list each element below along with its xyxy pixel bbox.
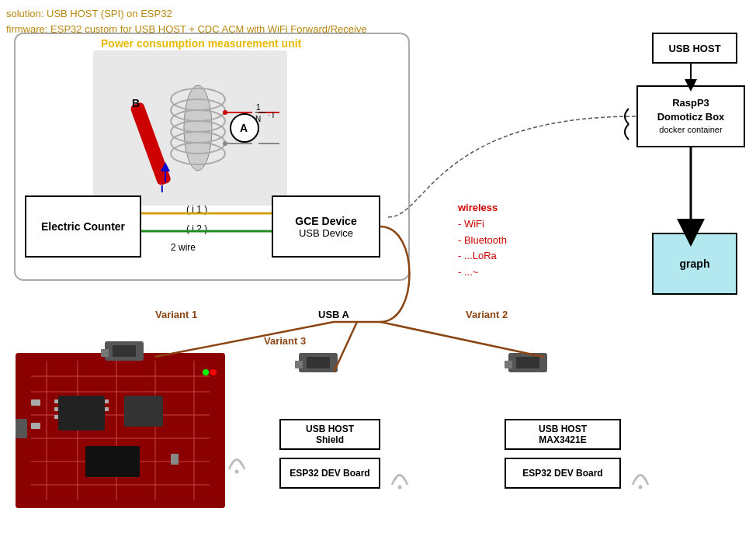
svg-point-47 — [203, 369, 209, 375]
usb-host-max-line2: MAX3421E — [539, 434, 586, 445]
svg-rect-41 — [105, 399, 109, 403]
wire-2wire-label: 2 wire — [171, 242, 196, 253]
svg-text:N: N — [255, 115, 261, 123]
usb-host-max-box: USB HOST MAX3421E — [505, 419, 621, 450]
wireless-line4: - ...~ — [458, 265, 507, 281]
usb-connector-left — [101, 334, 147, 372]
electric-counter-box: Electric Counter — [25, 195, 141, 258]
svg-rect-50 — [113, 345, 136, 357]
wire-i1-label: ( i 1 ) — [186, 204, 207, 215]
raspp3-line2: Domoticz Box — [657, 110, 725, 124]
gce-device-box: GCE Device USB Device — [272, 195, 380, 258]
svg-rect-45 — [171, 454, 179, 465]
pcu-label: Power consumption measurement unit — [101, 37, 301, 50]
svg-text:A: A — [240, 122, 248, 134]
svg-rect-39 — [54, 407, 58, 411]
usb-host-box: USB HOST — [652, 33, 737, 64]
graph-label: graph — [680, 258, 710, 270]
wifi-symbol-right — [629, 454, 652, 493]
variant1-label: Variant 1 — [155, 309, 197, 320]
wire-i2-label: ( i 2 ) — [186, 223, 207, 234]
usb-host-shield-line1: USB HOST — [306, 424, 354, 434]
raspp3-line1: RaspP3 — [672, 96, 709, 110]
svg-text:B: B — [132, 97, 140, 109]
svg-rect-46 — [16, 419, 27, 438]
electric-counter-label: Electric Counter — [41, 220, 125, 233]
svg-rect-37 — [85, 446, 140, 477]
variant2-label: Variant 2 — [466, 309, 508, 320]
usb-a-label: USB A — [318, 309, 349, 320]
gce-device-line2: USB Device — [299, 227, 353, 239]
usb-connector-mid — [295, 345, 342, 384]
circuit-board-svg — [16, 353, 225, 508]
raspp3-line3: docker container — [659, 124, 722, 136]
usb-host-shield-box: USB HOST Shield — [279, 419, 380, 450]
svg-rect-35 — [58, 396, 105, 431]
transformer-area: B I A 1 N · I — [93, 50, 287, 206]
wireless-title: wireless — [458, 200, 507, 216]
svg-rect-43 — [31, 399, 40, 406]
usb-host-shield-line2: Shield — [316, 434, 344, 445]
wireless-text: wireless - WiFi - Bluetooth - ...LoRa - … — [458, 200, 507, 281]
wireless-line2: - Bluetooth — [458, 233, 507, 249]
wifi-symbol-mid — [388, 454, 411, 493]
wifi-symbol-left — [225, 438, 248, 477]
svg-text:· I: · I — [268, 111, 274, 119]
raspp3-box: RaspP3 Domoticz Box docker container — [636, 85, 745, 147]
svg-point-0 — [184, 85, 212, 171]
svg-rect-51 — [101, 349, 109, 357]
svg-point-59 — [639, 486, 643, 489]
svg-rect-54 — [295, 361, 303, 368]
usb-host-max-line1: USB HOST — [539, 424, 587, 434]
graph-box: graph — [652, 233, 737, 295]
header-line1: solution: USB HOST (SPI) on ESP32 — [6, 6, 367, 22]
esp32-dev-board2-label: ESP32 DEV Board — [522, 468, 602, 479]
svg-rect-38 — [54, 399, 58, 403]
usb-connector-right — [505, 345, 551, 384]
svg-text:1: 1 — [256, 103, 261, 112]
svg-rect-53 — [307, 357, 330, 368]
svg-rect-56 — [516, 357, 539, 368]
usb-host-label: USB HOST — [668, 43, 720, 54]
diagram-container: solution: USB HOST (SPI) on ESP32 firmwa… — [0, 0, 756, 536]
esp32-dev-board1-box: ESP32 DEV Board — [279, 458, 380, 489]
wireless-line3: - ...LoRa — [458, 248, 507, 265]
svg-rect-36 — [124, 396, 163, 427]
circuit-board — [16, 353, 225, 508]
svg-rect-40 — [54, 415, 58, 419]
svg-point-21 — [223, 110, 227, 115]
svg-rect-42 — [105, 407, 109, 411]
svg-point-22 — [223, 141, 227, 146]
esp32-dev-board1-label: ESP32 DEV Board — [290, 468, 369, 479]
svg-rect-57 — [505, 361, 512, 368]
svg-rect-44 — [31, 423, 40, 429]
svg-point-48 — [210, 369, 217, 375]
transformer-diagram: B I A 1 N · I — [97, 54, 283, 202]
wireless-line1: - WiFi — [458, 216, 507, 233]
svg-text:I: I — [161, 183, 164, 195]
svg-point-58 — [398, 486, 402, 489]
gce-device-line1: GCE Device — [295, 215, 356, 227]
esp32-dev-board2-box: ESP32 DEV Board — [505, 458, 621, 489]
svg-point-60 — [235, 470, 239, 474]
